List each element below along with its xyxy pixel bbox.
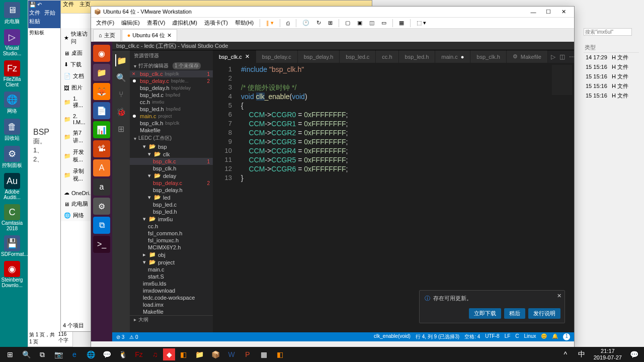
status-os[interactable]: Linux — [524, 333, 536, 340]
tab-makefile[interactable]: ⚙Makefile — [507, 50, 548, 63]
tab-main-c[interactable]: main.c — [435, 50, 470, 63]
desktop-icon-control[interactable]: ⚙控制面板 — [0, 144, 24, 171]
outline-section[interactable]: ▸大纲 — [130, 315, 213, 323]
search-icon[interactable]: 🔍 — [115, 71, 127, 83]
desktop-icon-audition[interactable]: AuAdobe Auditi... — [0, 171, 24, 202]
folder-project[interactable]: ▾📂project — [130, 258, 213, 266]
firefox-icon[interactable]: 🦊 — [93, 83, 110, 100]
folder-bsp[interactable]: ▾📂bsp — [130, 143, 213, 150]
task-view-icon[interactable]: ⧉ — [34, 347, 50, 361]
minimap[interactable] — [552, 65, 572, 95]
desktop-icon-network[interactable]: 🌐网络 — [0, 89, 24, 117]
tab-bsp-delay-c[interactable]: bsp_delay.c — [256, 50, 298, 63]
snapshot-clock-icon[interactable]: 🕐 — [299, 19, 312, 27]
file-makefile[interactable]: Makefile — [130, 308, 213, 315]
camera-icon[interactable]: 📷 — [50, 347, 66, 361]
tab-bsp-clk-h[interactable]: bsp_clk.h — [470, 50, 506, 63]
desktop-icon-filezilla[interactable]: FzFileZilla Client — [0, 58, 24, 89]
tab-bsp-led-h[interactable]: bsp_led.h — [399, 50, 436, 63]
ppt-taskbar[interactable]: P — [239, 347, 256, 361]
debug-icon[interactable]: 🐞 — [115, 106, 127, 118]
desktop-icon-recycle[interactable]: 🗑回收站 — [0, 117, 24, 144]
desktop-icon-sdformat[interactable]: 💾SDFormat... — [0, 233, 24, 259]
nav-folder5[interactable]: 📁录制视... — [61, 165, 92, 185]
wechat-icon[interactable]: 💬 — [99, 347, 115, 361]
chrome-icon[interactable]: 🌐 — [83, 347, 99, 361]
nav-folder4[interactable]: 📁开发板... — [61, 146, 92, 165]
app-taskbar[interactable]: ◧ — [272, 347, 288, 361]
split-icon[interactable]: ◫ — [559, 53, 565, 60]
notifications-icon[interactable]: 💬 — [626, 347, 642, 361]
edge-icon[interactable]: e — [66, 347, 83, 361]
nav-pics[interactable]: 🖼图片 — [61, 82, 92, 94]
open-editor-item[interactable]: Makefile — [130, 127, 213, 134]
amazon-icon[interactable]: a — [93, 178, 110, 196]
tab-bsp-led-c[interactable]: bsp_led.c — [340, 50, 376, 63]
menu-tabs[interactable]: 选项卡(T) — [201, 18, 231, 28]
file-fsl-iomuxc[interactable]: fsl_iomuxc.h — [130, 237, 213, 244]
later-button[interactable]: 稍后 — [504, 308, 525, 319]
status-bell-icon[interactable]: 🔔 — [552, 333, 558, 340]
menu-edit[interactable]: 编辑(E) — [118, 18, 143, 28]
extensions-icon[interactable]: ⊞ — [115, 123, 127, 135]
ribbon-save-icon[interactable]: 💾 — [29, 2, 36, 8]
tab-ubuntu[interactable]: ●Ubuntu 64 位 ✕ — [122, 29, 177, 42]
file-bsp-delay-h[interactable]: bsp_delay.h — [130, 187, 213, 194]
menu-file[interactable]: 文件(F) — [93, 18, 117, 28]
open-editors-section[interactable]: ▾ 打开的编辑器 1 个未保存 — [130, 61, 213, 70]
status-eol[interactable]: LF — [505, 333, 511, 340]
explorer-taskbar[interactable]: 📁 — [191, 347, 207, 361]
file-row[interactable]: 15 15:16 H 文件 — [584, 91, 639, 101]
folder-delay[interactable]: ▾📂delay — [130, 172, 213, 179]
status-badge[interactable]: 1 — [563, 333, 570, 340]
file-start-s[interactable]: start.S — [130, 273, 213, 280]
close-icon[interactable]: ✕ — [557, 293, 561, 299]
vscode-launcher-icon[interactable]: ⧉ — [93, 217, 110, 234]
open-editor-item[interactable]: main.c project — [130, 113, 213, 120]
file-cc-h[interactable]: cc.h — [130, 223, 213, 230]
folder-obj[interactable]: ▸📁obj — [130, 251, 213, 258]
file-bsp-led-c[interactable]: bsp_led.c — [130, 201, 213, 208]
status-smiley[interactable]: 😊 — [541, 333, 547, 340]
ribbon-paste[interactable]: 粘贴 — [29, 18, 40, 24]
files-icon[interactable]: 📁 — [93, 64, 110, 81]
file-row[interactable]: 15 15:16 H 文件 — [584, 72, 639, 81]
ribbon-file-tab[interactable]: 文件 — [61, 0, 76, 9]
status-scope[interactable]: clk_enable(void) — [374, 333, 411, 340]
run-icon[interactable]: ▷ — [551, 53, 555, 60]
calc-icon[interactable]: 📊 — [93, 121, 110, 138]
nav-quick[interactable]: ★快速访问 — [61, 28, 92, 47]
status-warnings[interactable]: ⚠ 0 — [129, 334, 138, 340]
pause-button[interactable]: ‖ ▾ — [263, 19, 277, 27]
menu-view[interactable]: 查看(V) — [144, 18, 169, 28]
ribbon-start[interactable]: 开始 — [44, 9, 55, 17]
file-loadimx[interactable]: load.imx — [130, 301, 213, 308]
snapshot-icon[interactable]: ⎙ — [283, 19, 293, 27]
tray-up-icon[interactable]: ^ — [557, 347, 574, 361]
file-row[interactable]: 15 15:16 H 文件 — [584, 81, 639, 91]
app-icon[interactable]: ◆ — [163, 348, 175, 360]
release-notes-button[interactable]: 发行说明 — [528, 308, 560, 319]
vmware-titlebar[interactable]: 📦 Ubuntu 64 位 - VMware Workstation — ☐ ✕ — [91, 7, 574, 18]
impress-icon[interactable]: 📽 — [93, 140, 110, 157]
tab-bsp-delay-h[interactable]: bsp_delay.h — [298, 50, 340, 63]
nav-network[interactable]: 🌐网络 — [61, 210, 92, 221]
writer-icon[interactable]: 📄 — [93, 102, 110, 119]
maximize-button[interactable]: ☐ — [541, 9, 556, 15]
tab-bsp-clk-c[interactable]: bsp_clk.c✕ — [213, 50, 256, 63]
col-type[interactable]: 类型 — [584, 43, 639, 53]
status-lang[interactable]: C — [515, 333, 519, 340]
open-editor-item[interactable]: bsp_led.h bsp/led — [130, 106, 213, 113]
snapshot-revert-icon[interactable]: ↻ — [313, 19, 324, 27]
nav-folder1[interactable]: 📁1. 裸... — [61, 94, 92, 111]
tab-close-icon[interactable]: ✕ — [167, 32, 172, 39]
close-icon[interactable]: ✕ — [245, 53, 250, 60]
status-pos[interactable]: 行 4, 列 9 (已选择3) — [416, 333, 459, 340]
file-main-c[interactable]: main.c — [130, 266, 213, 273]
word-taskbar[interactable]: W — [223, 347, 239, 361]
nav-folder2[interactable]: 📁2. I.M... — [61, 111, 92, 127]
unity-icon[interactable]: ▣ — [354, 19, 365, 27]
folder-led[interactable]: ▾📂led — [130, 194, 213, 201]
app-taskbar[interactable]: ▦ — [256, 347, 272, 361]
status-spaces[interactable]: 空格: 4 — [464, 333, 480, 340]
